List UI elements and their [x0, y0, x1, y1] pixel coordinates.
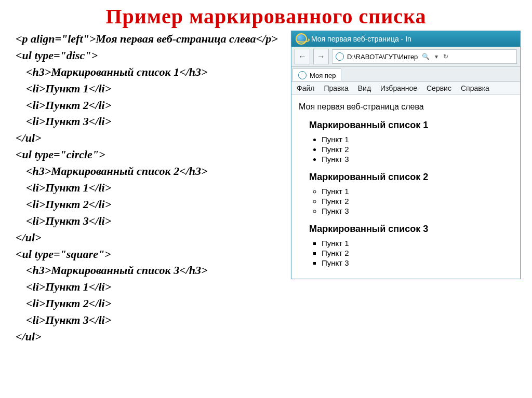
list-item: Пункт 2 [322, 145, 513, 154]
ie-icon [296, 33, 307, 45]
refresh-icon[interactable]: ↻ [443, 53, 448, 60]
menu-tools[interactable]: Сервис [427, 84, 451, 92]
list-block-1: Маркированный список 1 Пункт 1 Пункт 2 П… [299, 120, 513, 163]
code-line: <li>Пункт 3</li> [16, 213, 286, 229]
code-line: <ul type="disc"> [16, 47, 286, 64]
slide-title: Пример маркированного списка [0, 4, 532, 29]
code-line: <li>Пункт 2</li> [16, 295, 286, 312]
page-viewport: Моя первая веб-страница слева Маркирован… [291, 95, 520, 279]
list-item: Пункт 2 [322, 249, 513, 257]
list-item: Пункт 3 [322, 258, 513, 267]
code-line: <li>Пункт 2</li> [16, 196, 286, 213]
code-line: <li>Пункт 2</li> [16, 97, 286, 114]
list-heading: Маркированный список 3 [309, 224, 513, 235]
browser-window: Моя первая веб-страница - In ← → D:\RABO… [291, 31, 521, 279]
code-line: <li>Пункт 1</li> [16, 80, 286, 97]
window-titlebar: Моя первая веб-страница - In [291, 31, 520, 47]
menu-edit[interactable]: Правка [324, 84, 348, 92]
list-item: Пункт 3 [322, 207, 513, 215]
window-title: Моя первая веб-страница - In [311, 35, 411, 43]
search-icon[interactable]: 🔍 [422, 53, 430, 60]
list-item: Пункт 1 [322, 135, 513, 144]
menu-file[interactable]: Файл [297, 84, 314, 92]
list-heading: Маркированный список 1 [309, 120, 513, 131]
code-listing: <p align="left">Моя первая веб-страница … [16, 31, 286, 345]
code-line: </ul> [16, 328, 286, 345]
list-heading: Маркированный список 2 [309, 172, 513, 183]
list-item: Пункт 2 [322, 197, 513, 205]
list-item: Пункт 3 [322, 155, 513, 163]
nav-toolbar: ← → D:\RABOTA\ГУТ\Интер 🔍 ▾ ↻ [291, 47, 520, 67]
menu-bar: Файл Правка Вид Избранное Сервис Справка [291, 82, 520, 95]
back-button[interactable]: ← [295, 49, 310, 64]
code-line: <ul type="square"> [16, 246, 286, 263]
code-line: <h3>Маркированный список 1</h3> [16, 64, 286, 80]
forward-button[interactable]: → [313, 49, 329, 64]
dropdown-icon[interactable]: ▾ [435, 53, 438, 60]
ie-icon [298, 71, 307, 79]
menu-help[interactable]: Справка [461, 84, 489, 92]
browser-tab[interactable]: Моя пер [292, 68, 341, 81]
tab-title: Моя пер [310, 72, 336, 79]
page-icon [336, 52, 344, 61]
list-block-3: Маркированный список 3 Пункт 1 Пункт 2 П… [299, 224, 513, 267]
address-text: D:\RABOTA\ГУТ\Интер [347, 53, 418, 61]
code-line: <li>Пункт 3</li> [16, 113, 286, 130]
tab-strip: Моя пер [291, 67, 520, 82]
code-line: <li>Пункт 1</li> [16, 279, 286, 295]
code-line: <li>Пункт 1</li> [16, 180, 286, 196]
code-line: <h3>Маркированный список 3</h3> [16, 262, 286, 279]
code-line: <ul type="circle"> [16, 146, 286, 163]
code-line: <li>Пункт 3</li> [16, 312, 286, 328]
menu-favorites[interactable]: Избранное [380, 84, 417, 92]
code-line: </ul> [16, 130, 286, 146]
list-block-2: Маркированный список 2 Пункт 1 Пункт 2 П… [299, 172, 513, 215]
paragraph: Моя первая веб-страница слева [299, 102, 513, 112]
code-line: <p align="left">Моя первая веб-страница … [16, 31, 286, 47]
list-item: Пункт 1 [322, 239, 513, 248]
address-bar[interactable]: D:\RABOTA\ГУТ\Интер 🔍 ▾ ↻ [332, 49, 517, 64]
list-item: Пункт 1 [322, 187, 513, 196]
code-line: <h3>Маркированный список 2</h3> [16, 163, 286, 180]
menu-view[interactable]: Вид [358, 84, 371, 92]
code-line: </ul> [16, 229, 286, 246]
